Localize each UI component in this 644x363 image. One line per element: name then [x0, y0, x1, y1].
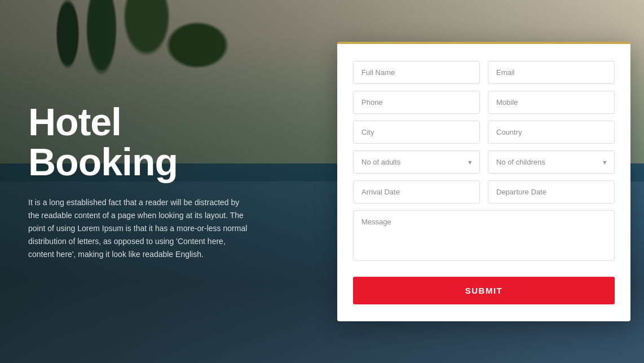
departure-date-field: [488, 180, 615, 203]
hero-title-line2: Booking: [28, 140, 178, 183]
hero-description: It is a long established fact that a rea…: [28, 196, 248, 261]
form-row-city-country: [353, 121, 615, 144]
email-input[interactable]: [488, 61, 615, 84]
arrival-date-input[interactable]: [353, 180, 480, 203]
email-field: [488, 61, 615, 84]
left-section: Hotel Booking It is a long established f…: [0, 68, 293, 295]
form-row-dates: [353, 180, 615, 203]
form-row-name-email: [353, 61, 615, 84]
childrens-select-wrapper: No of childrens 0 1 2 3 4 5 ▼: [488, 150, 615, 174]
form-row-message: [353, 210, 615, 263]
message-textarea[interactable]: [353, 210, 615, 261]
form-row-adults-childrens: No of adults 1 2 3 4 5 6 ▼ No of childre…: [353, 150, 615, 174]
form-row-phone-mobile: [353, 91, 615, 114]
childrens-select[interactable]: No of childrens 0 1 2 3 4 5: [488, 150, 615, 174]
adults-select[interactable]: No of adults 1 2 3 4 5 6: [353, 150, 480, 174]
hero-title-line1: Hotel: [28, 100, 121, 143]
arrival-date-field: [353, 180, 480, 203]
phone-input[interactable]: [353, 91, 480, 114]
page-wrapper: Hotel Booking It is a long established f…: [0, 0, 644, 363]
submit-button[interactable]: SUBMIT: [353, 277, 615, 304]
hero-title: Hotel Booking: [28, 102, 265, 183]
mobile-field: [488, 91, 615, 114]
city-input[interactable]: [353, 121, 480, 144]
country-input[interactable]: [488, 121, 615, 144]
mobile-input[interactable]: [488, 91, 615, 114]
full-name-input[interactable]: [353, 61, 480, 84]
message-field: [353, 210, 615, 263]
adults-select-wrapper: No of adults 1 2 3 4 5 6 ▼: [353, 150, 480, 174]
full-name-field: [353, 61, 480, 84]
city-field: [353, 121, 480, 144]
booking-form-panel: No of adults 1 2 3 4 5 6 ▼ No of childre…: [337, 42, 630, 321]
departure-date-input[interactable]: [488, 180, 615, 203]
country-field: [488, 121, 615, 144]
phone-field: [353, 91, 480, 114]
